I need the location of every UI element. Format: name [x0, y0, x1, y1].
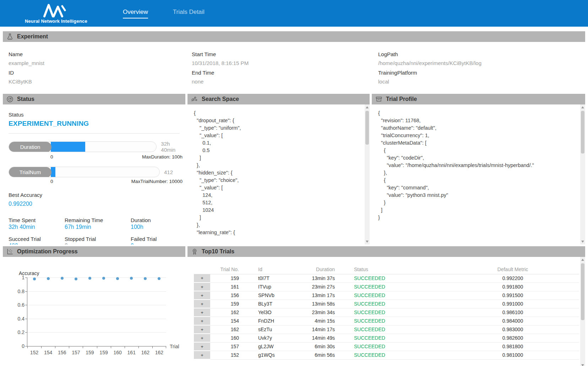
- field-label: Name: [9, 51, 192, 57]
- tab-overview[interactable]: Overview: [123, 9, 148, 18]
- table-row[interactable]: +159t0I7T13min 37sSUCCEEDED0.992200: [194, 274, 579, 282]
- cell-duration: 14min 17s: [290, 325, 340, 334]
- table-row[interactable]: +162sEzTu14min 17sSUCCEEDED0.983000: [194, 325, 579, 334]
- scatter-point[interactable]: [33, 278, 36, 280]
- scatter-point[interactable]: [88, 277, 91, 280]
- y-axis-tick-label: 0.2: [12, 329, 24, 335]
- trialnum-bar-label: TrialNum: [9, 167, 51, 177]
- bar-min: 0: [50, 154, 53, 160]
- expand-row-button[interactable]: +: [194, 308, 210, 317]
- cell-status: SUCCEEDED: [340, 342, 446, 351]
- scatter-point[interactable]: [75, 278, 77, 280]
- x-axis-tick-label: 159: [99, 350, 108, 355]
- expand-row-button[interactable]: +: [194, 274, 210, 282]
- expand-row-button[interactable]: +: [194, 282, 210, 291]
- y-axis-tick-label: 0: [12, 343, 24, 349]
- duration-bar-label: Duration: [9, 142, 51, 152]
- field-label: LogPath: [378, 51, 579, 57]
- x-axis-tick-label: 156: [58, 350, 66, 355]
- x-axis-tick-mark: [166, 346, 166, 348]
- field-label: End Time: [192, 70, 378, 76]
- table-row[interactable]: +159BLy3T13min 58sSUCCEEDED0.991000: [194, 300, 579, 308]
- trial-profile-scrollbar[interactable]: [580, 104, 585, 244]
- cell-duration: 13min 58s: [290, 300, 340, 308]
- scroll-up-icon[interactable]: [581, 106, 584, 108]
- scroll-down-icon[interactable]: [581, 364, 584, 366]
- scatter-point[interactable]: [102, 277, 105, 280]
- column-header-default-metric: Default Metric: [446, 265, 579, 274]
- cell-trial-no: 162: [210, 325, 244, 334]
- cell-status: SUCCEEDED: [340, 317, 446, 325]
- expand-row-button[interactable]: +: [194, 300, 210, 308]
- scatter-point[interactable]: [61, 277, 64, 280]
- status-panel: Status Status EXPERIMENT_RUNNING Duratio…: [3, 94, 185, 244]
- cell-duration: 13min 17s: [290, 291, 340, 300]
- table-row[interactable]: +152g1WQs6min 56sSUCCEEDED0.981000: [194, 351, 579, 359]
- gridline: [27, 291, 166, 292]
- scatter-point[interactable]: [130, 277, 133, 280]
- optimization-title: Optimization Progress: [17, 248, 78, 255]
- cell-status: SUCCEEDED: [340, 282, 446, 291]
- scroll-down-icon[interactable]: [581, 241, 584, 243]
- x-axis-tick-mark: [97, 346, 97, 348]
- cell-duration: 14min 49s: [290, 334, 340, 342]
- cell-status: SUCCEEDED: [340, 308, 446, 317]
- cell-metric: 0.991800: [446, 282, 579, 291]
- scatter-point[interactable]: [116, 277, 119, 280]
- table-row[interactable]: +156SPNVb13min 17sSUCCEEDED0.991500: [194, 291, 579, 300]
- cell-id: gL2JW: [244, 342, 290, 351]
- scatter-chart-icon: [6, 248, 13, 255]
- scroll-down-icon[interactable]: [366, 241, 369, 243]
- scatter-point[interactable]: [144, 277, 147, 280]
- scatter-point[interactable]: [47, 277, 50, 280]
- trial-profile-panel: Trial Profile { "revision": 11768, "auth…: [372, 94, 585, 244]
- expand-row-button[interactable]: +: [194, 342, 210, 351]
- scatter-point[interactable]: [158, 277, 160, 280]
- cell-duration: 6min 30s: [290, 342, 340, 351]
- expand-row-button[interactable]: +: [194, 334, 210, 342]
- status-title: Status: [17, 96, 34, 102]
- cell-id: SPNVb: [244, 291, 290, 300]
- expand-row-button[interactable]: +: [194, 317, 210, 325]
- top10-table: Trial No. Id Duration Status Default Met…: [194, 265, 579, 360]
- stat-label: Duration: [131, 217, 185, 223]
- stat-value: 32h 40min: [9, 224, 65, 230]
- scrollbar-thumb[interactable]: [581, 263, 584, 320]
- expand-row-button[interactable]: +: [194, 291, 210, 300]
- top10-scrollbar[interactable]: [580, 257, 585, 366]
- expand-row-button[interactable]: +: [194, 325, 210, 334]
- cell-id: BLy3T: [244, 300, 290, 308]
- cell-id: FnDZH: [244, 317, 290, 325]
- divider: [9, 133, 180, 134]
- scroll-up-icon[interactable]: [366, 106, 369, 108]
- bar-max: MaxDuration: 100h: [142, 154, 183, 160]
- scroll-up-icon[interactable]: [581, 259, 584, 261]
- cell-trial-no: 159: [210, 274, 244, 282]
- table-header-row: Trial No. Id Duration Status Default Met…: [194, 265, 579, 274]
- expand-row-button[interactable]: +: [194, 351, 210, 359]
- trial-profile-title: Trial Profile: [386, 96, 417, 102]
- table-row[interactable]: +162Yel3O23min 34sSUCCEEDED0.986100: [194, 308, 579, 317]
- cell-metric: 0.981800: [446, 342, 579, 351]
- duration-progress-row: Duration 32h 40min: [9, 141, 185, 153]
- status-stats-grid: Time Spent32h 40min Remaining Time67h 19…: [9, 214, 185, 244]
- stat-label: Succeed Trial: [9, 236, 65, 242]
- table-row[interactable]: +157gL2JW6min 30sSUCCEEDED0.981800: [194, 342, 579, 351]
- stat-value: 9: [131, 243, 185, 244]
- x-axis-tick-mark: [83, 346, 83, 348]
- optimization-panel: Optimization Progress Accuracy 00.20.40.…: [3, 246, 185, 366]
- nni-logo[interactable]: Neural Network Intelligence: [25, 3, 87, 24]
- status-panel-body: Status EXPERIMENT_RUNNING Duration 32h 4…: [3, 104, 185, 244]
- table-row[interactable]: +154FnDZH4min 15sSUCCEEDED0.984000: [194, 317, 579, 325]
- column-header-status: Status: [340, 265, 446, 274]
- scrollbar-thumb[interactable]: [365, 111, 369, 145]
- expand-column-header: [194, 265, 210, 274]
- table-row[interactable]: +160Uvk7y14min 49sSUCCEEDED0.982600: [194, 334, 579, 342]
- tab-trials-detail[interactable]: Trials Detail: [173, 9, 205, 18]
- scrollbar-thumb[interactable]: [581, 111, 584, 154]
- x-axis-tick-label: 152: [30, 350, 38, 355]
- search-space-scrollbar[interactable]: [365, 104, 370, 244]
- field-value: local: [378, 79, 579, 85]
- table-row[interactable]: +161ITVup23min 27sSUCCEEDED0.991800: [194, 282, 579, 291]
- best-accuracy-value: 0.992200: [9, 201, 185, 207]
